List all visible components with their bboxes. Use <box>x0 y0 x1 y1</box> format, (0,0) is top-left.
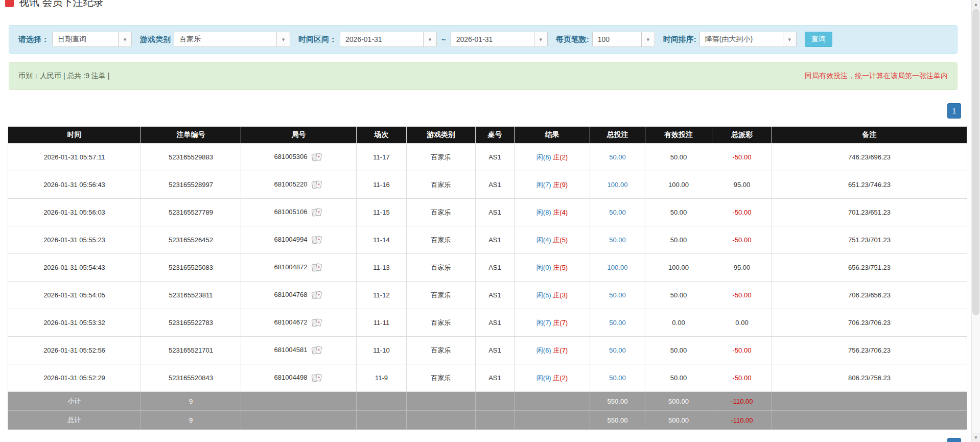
cell-time: 2026-01-31 05:54:05 <box>8 282 141 309</box>
chevron-down-icon[interactable]: ▾ <box>118 32 131 46</box>
cell-remark: 656.23/751.23 <box>772 254 967 282</box>
total-bet-link[interactable]: 50.00 <box>609 236 626 244</box>
view-cards-icon[interactable] <box>311 180 323 190</box>
total-total-bet: 550.00 <box>590 411 645 430</box>
cell-payout: -50.00 <box>712 337 772 364</box>
total-bet-link[interactable]: 100.00 <box>608 181 628 189</box>
cell-session: 11-13 <box>357 254 407 282</box>
cell-session: 11-9 <box>357 364 407 392</box>
sort-order-dropdown[interactable]: 降冪(由大到小) ▾ <box>699 32 797 47</box>
chevron-down-icon[interactable]: ▾ <box>423 32 436 46</box>
scroll-down-icon[interactable]: ▼ <box>972 433 980 442</box>
col-valid-bet: 有效投注 <box>645 127 712 144</box>
cell-table: AS1 <box>476 337 515 364</box>
cell-session: 11-16 <box>357 171 407 199</box>
player-result: 闲(6) <box>536 153 551 161</box>
scroll-up-icon[interactable]: ▲ <box>972 0 980 9</box>
view-cards-icon[interactable] <box>311 263 323 272</box>
table-row: 2026-01-31 05:55:23 523165526452 6810049… <box>8 226 967 254</box>
cell-time: 2026-01-31 05:56:03 <box>8 199 141 226</box>
cell-bet-id: 523165520843 <box>141 364 241 392</box>
cell-game-type: 百家乐 <box>407 144 476 171</box>
cell-remark: 746.23/696.23 <box>772 144 967 171</box>
game-type-dropdown[interactable]: 百家乐 ▾ <box>174 32 290 47</box>
cell-total-bet: 50.00 <box>590 309 645 337</box>
cell-session: 11-10 <box>357 337 407 364</box>
total-bet-link[interactable]: 50.00 <box>609 374 626 382</box>
pagination-bottom: 1 <box>947 438 961 442</box>
view-cards-icon[interactable] <box>311 152 323 162</box>
select-type-label: 请选择： <box>18 35 49 44</box>
cell-payout: -50.00 <box>712 364 772 392</box>
view-cards-icon[interactable] <box>311 290 323 300</box>
round-number: 681005106 <box>274 208 307 216</box>
banker-result: 庄(5) <box>553 236 568 244</box>
cell-round: 681004498 <box>241 364 357 392</box>
cell-payout: -50.00 <box>712 282 772 309</box>
total-bet-link[interactable]: 50.00 <box>609 319 626 327</box>
round-number: 681004872 <box>274 263 307 271</box>
cell-remark: 651.23/746.23 <box>772 171 967 199</box>
total-bet-link[interactable]: 50.00 <box>609 153 626 161</box>
total-bet-link[interactable]: 100.00 <box>608 264 628 271</box>
date-to-dropdown[interactable]: 2026-01-31 ▾ <box>451 32 548 47</box>
cell-remark: 756.23/706.23 <box>772 337 967 364</box>
cell-time: 2026-01-31 05:54:43 <box>8 254 141 282</box>
chevron-down-icon[interactable]: ▾ <box>783 32 796 46</box>
query-type-dropdown[interactable]: 日期查询 ▾ <box>52 32 132 47</box>
player-result: 闲(7) <box>536 181 551 189</box>
view-cards-icon[interactable] <box>311 235 323 245</box>
cell-round: 681004581 <box>241 337 357 364</box>
cell-result: 闲(9) 庄(2) <box>515 364 590 392</box>
cell-round: 681004872 <box>241 254 357 282</box>
chevron-down-icon[interactable]: ▾ <box>534 32 547 46</box>
search-button[interactable]: 查询 <box>805 32 832 47</box>
empty-cell <box>772 392 967 411</box>
view-cards-icon[interactable] <box>311 318 323 328</box>
total-bet-link[interactable]: 50.00 <box>609 208 626 216</box>
cell-valid-bet: 50.00 <box>645 144 712 171</box>
cell-total-bet: 100.00 <box>590 254 645 282</box>
page: 视讯 会员下注纪录 请选择： 日期查询 ▾ 游戏类别 百家乐 ▾ 时间区间： 2… <box>0 0 980 442</box>
cell-time: 2026-01-31 05:56:43 <box>8 171 141 199</box>
table-row: 2026-01-31 05:53:32 523165522783 6810046… <box>8 309 967 337</box>
cell-payout: 0.00 <box>712 309 772 337</box>
table-row: 2026-01-31 05:56:43 523165528997 6810052… <box>8 171 967 199</box>
total-bet-link[interactable]: 50.00 <box>609 346 626 354</box>
round-number: 681005306 <box>274 153 307 160</box>
page-1-button[interactable]: 1 <box>947 103 961 119</box>
table-row: 2026-01-31 05:57:11 523165529883 6810053… <box>8 144 967 171</box>
vertical-scrollbar[interactable]: ▲ ▼ <box>971 0 980 442</box>
total-bet-link[interactable]: 50.00 <box>609 291 626 299</box>
total-payout: -110.00 <box>712 411 772 430</box>
view-cards-icon[interactable] <box>311 207 323 217</box>
cell-game-type: 百家乐 <box>407 226 476 254</box>
col-bet-id: 注单编号 <box>141 127 241 144</box>
scrollbar-thumb[interactable] <box>972 9 979 315</box>
cell-valid-bet: 100.00 <box>645 254 712 282</box>
cell-table: AS1 <box>476 364 515 392</box>
round-number: 681004581 <box>274 346 307 354</box>
page-1-button-bottom[interactable]: 1 <box>947 438 961 442</box>
chevron-down-icon[interactable]: ▾ <box>276 32 290 46</box>
chevron-down-icon[interactable]: ▾ <box>641 32 655 46</box>
cell-session: 11-15 <box>357 199 407 226</box>
cell-payout: 95.00 <box>712 171 772 199</box>
cell-time: 2026-01-31 05:57:11 <box>8 144 141 171</box>
subtotal-total-bet: 550.00 <box>590 392 645 411</box>
view-cards-icon[interactable] <box>311 345 323 355</box>
player-result: 闲(0) <box>536 264 551 271</box>
col-result: 结果 <box>515 127 590 144</box>
banker-result: 庄(3) <box>553 291 568 299</box>
page-title: 视讯 会员下注纪录 <box>19 0 104 9</box>
page-size-dropdown[interactable]: 100 ▾ <box>592 32 655 47</box>
cell-table: AS1 <box>476 199 515 226</box>
cell-game-type: 百家乐 <box>407 199 476 226</box>
round-number: 681004994 <box>274 236 307 243</box>
view-cards-icon[interactable] <box>311 373 323 383</box>
player-result: 闲(4) <box>536 236 551 244</box>
date-from-dropdown[interactable]: 2026-01-31 ▾ <box>340 32 437 47</box>
cell-bet-id: 523165528997 <box>141 171 241 199</box>
empty-cell <box>407 392 476 411</box>
banker-result: 庄(7) <box>553 346 568 354</box>
